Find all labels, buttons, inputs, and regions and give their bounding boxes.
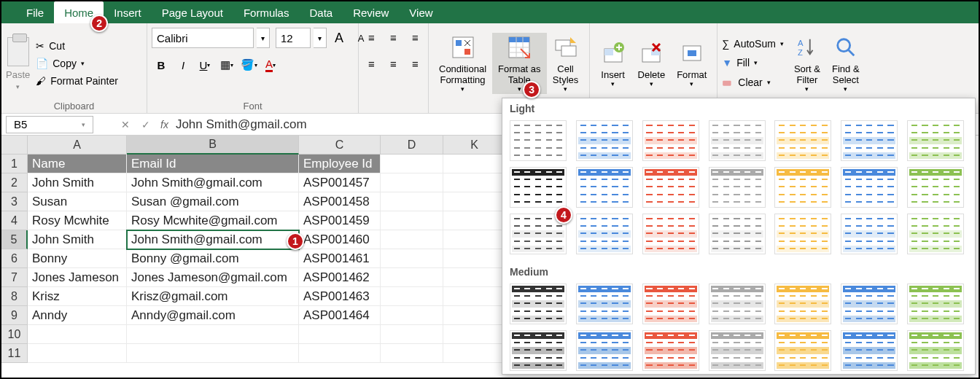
cell-B7[interactable]: Jones Jameson@gmail.com [127,268,299,287]
col-header-D[interactable]: D [381,136,443,155]
fill-button[interactable]: ▼Fill ▾ [722,55,758,70]
cancel-edit-button[interactable]: ✕ [115,119,136,130]
confirm-edit-button[interactable]: ✓ [136,119,156,130]
formula-value[interactable]: John Smith@gmail.com [176,117,307,132]
fx-icon[interactable]: fx [160,119,168,130]
cell-A10[interactable] [28,325,127,344]
cell-K11[interactable] [443,344,506,363]
cell-D4[interactable] [381,211,443,230]
cell-K2[interactable] [443,173,506,192]
table-style-option[interactable] [709,167,766,208]
tab-review[interactable]: Review [343,1,399,23]
table-style-option[interactable] [907,330,964,371]
table-style-option[interactable] [841,330,898,371]
table-style-option[interactable] [709,330,766,371]
table-style-option[interactable] [907,167,964,208]
cell-C7[interactable]: ASP001462 [299,268,381,287]
conditional-formatting-button[interactable]: Conditional Formatting ▾ [433,33,492,94]
tab-data[interactable]: Data [299,1,343,23]
col-header-C[interactable]: C [299,136,381,155]
cell-K9[interactable] [443,306,506,325]
font-name-dropdown[interactable]: ▾ [257,28,270,48]
table-style-option[interactable] [642,214,699,254]
table-style-option[interactable] [774,284,831,324]
table-style-option[interactable] [907,214,964,254]
cell-B8[interactable]: Krisz@gmail.com [127,287,299,306]
autosum-button[interactable]: ∑AutoSum ▾ [722,36,784,51]
table-style-option[interactable] [642,167,699,208]
cell-A7[interactable]: Jones Jameson [28,268,127,287]
row-header-6[interactable]: 6 [1,249,28,268]
cell-D3[interactable] [381,192,443,211]
tab-page-layout[interactable]: Page Layout [152,1,233,23]
cell-K10[interactable] [443,325,506,344]
table-style-option[interactable] [576,284,633,324]
cell-B11[interactable] [127,344,299,363]
cell-C9[interactable]: ASP001464 [299,306,381,325]
cell-B4[interactable]: Rosy Mcwhite@gmail.com [127,211,299,230]
cell-D8[interactable] [381,287,443,306]
align-right-button[interactable]: ≡ [406,54,425,73]
cell-A4[interactable]: Rosy Mcwhite [28,211,127,230]
cell-C1[interactable]: Employee Id [299,155,381,173]
font-name-select[interactable] [152,28,254,48]
row-header-2[interactable]: 2 [1,173,28,192]
cell-K4[interactable] [443,211,506,230]
table-style-option[interactable] [642,330,699,371]
table-style-option[interactable] [510,284,567,324]
col-header-K[interactable]: K [443,136,506,155]
cell-C11[interactable] [299,344,381,363]
borders-button[interactable]: ▦ ▾ [217,55,236,74]
grow-font-button[interactable]: A [330,28,349,47]
row-header-9[interactable]: 9 [1,306,28,325]
fill-color-button[interactable]: 🪣▾ [239,55,258,74]
table-style-option[interactable] [576,330,633,371]
tab-file[interactable]: File [16,1,54,23]
table-style-option[interactable] [841,167,898,208]
cell-B9[interactable]: Anndy@gmail.com [127,306,299,325]
tab-insert[interactable]: Insert [104,1,152,23]
table-style-option[interactable] [774,167,831,208]
table-style-option[interactable] [907,120,964,161]
cell-K5[interactable] [443,230,506,249]
row-header-10[interactable]: 10 [1,325,28,344]
cell-K6[interactable] [443,249,506,268]
table-style-option[interactable] [774,330,831,371]
table-style-option[interactable] [510,330,567,371]
row-header-11[interactable]: 11 [1,344,28,363]
cell-D1[interactable] [381,155,443,173]
cut-button[interactable]: ✂ Cut [36,39,65,53]
align-bottom-button[interactable]: ≡ [406,28,425,47]
cell-B10[interactable] [127,325,299,344]
table-style-option[interactable] [642,120,699,161]
format-painter-button[interactable]: 🖌 Format Painter [36,74,118,88]
table-style-option[interactable] [709,120,766,161]
align-left-button[interactable]: ≡ [362,54,381,73]
row-header-5[interactable]: 5 [1,230,28,249]
table-style-option[interactable] [642,284,699,324]
cell-C10[interactable] [299,325,381,344]
row-header-8[interactable]: 8 [1,287,28,306]
cell-C2[interactable]: ASP001457 [299,173,381,192]
cell-D6[interactable] [381,249,443,268]
col-header-A[interactable]: A [28,136,127,155]
cell-D10[interactable] [381,325,443,344]
row-header-3[interactable]: 3 [1,192,28,211]
row-header-7[interactable]: 7 [1,268,28,287]
cell-B5[interactable]: John Smith@gmail.com 1 [127,230,299,249]
name-box[interactable]: B5▾ [6,116,93,133]
cell-K3[interactable] [443,192,506,211]
cell-D2[interactable] [381,173,443,192]
cell-B1[interactable]: Email Id [127,155,299,173]
cell-D7[interactable] [381,268,443,287]
font-size-select[interactable] [276,28,311,48]
clear-button[interactable]: Clear ▾ [722,74,770,91]
cell-B3[interactable]: Susan @gmail.com [127,192,299,211]
insert-cells-button[interactable]: Insert▾ [594,39,632,89]
tab-home[interactable]: Home 2 [54,1,104,23]
cell-K1[interactable] [443,155,506,173]
cell-C3[interactable]: ASP001458 [299,192,381,211]
cell-B2[interactable]: John Smith@gmail.com [127,173,299,192]
table-style-option[interactable] [510,167,567,208]
cell-A3[interactable]: Susan [28,192,127,211]
